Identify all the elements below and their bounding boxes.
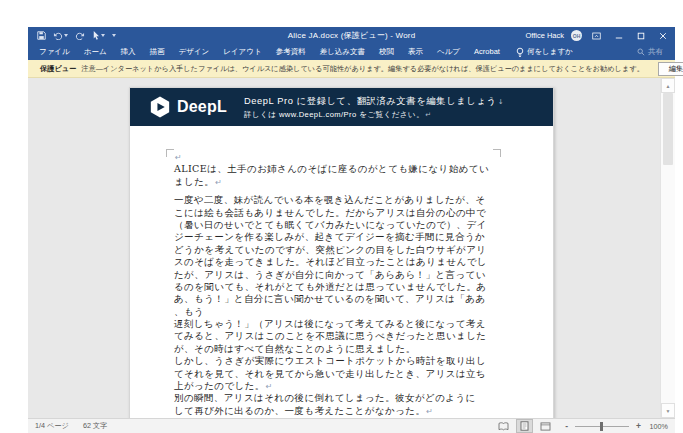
title-bar: Alice JA.docx (保護ビュー) - Word Office Hack… — [28, 27, 675, 44]
document-line: るのを聞いても、それがとても外道だとは思っていませんでした。あ — [174, 281, 492, 293]
document-line: 一度や二度、妹が読んでいる本を覗き込んだことがありましたが、そ — [174, 194, 492, 206]
ribbon-tabs: ファイルホーム挿入描画デザインレイアウト参考資料差し込み文書校閲表示ヘルプAcr… — [32, 44, 507, 60]
paragraph-block: 一度や二度、妹が読んでいる本を覗き込んだことがありましたが、そこには絵も会話もあ… — [174, 194, 492, 392]
document-line: ↵ — [174, 151, 492, 163]
tell-me-label: 何をしますか — [527, 47, 573, 57]
title-bar-right: Office Hack OH — [525, 28, 675, 43]
document-area: DeepL DeepL Pro に登録して、翻訳済み文書を編集しましょう↓ 詳し… — [28, 78, 675, 418]
margin-crop-mark-right — [493, 149, 501, 157]
save-button[interactable] — [37, 31, 46, 40]
document-line: 、もう — [174, 306, 492, 318]
char-count[interactable]: 62 文字 — [83, 421, 107, 431]
deepl-icon — [149, 96, 171, 118]
ribbon-tab-bar: ファイルホーム挿入描画デザインレイアウト参考資料差し込み文書校閲表示ヘルプAcr… — [28, 44, 675, 60]
document-line: スのそばを走ってきました。それほど目立ったことはありませんでし — [174, 256, 492, 268]
enable-editing-button[interactable]: 編集を有効にする(E) — [658, 62, 683, 76]
tab-view[interactable]: 表示 — [401, 44, 430, 60]
zoom-slider-thumb[interactable] — [600, 422, 603, 431]
save-icon — [37, 31, 46, 40]
scroll-down-button[interactable]: ▼ — [661, 403, 675, 418]
tell-me-button[interactable]: 何をしますか — [516, 47, 573, 58]
document-line: ジーチェーンを作る楽しみが、起きてデイジーを摘む手間に見合うか — [174, 231, 492, 243]
document-line: 遅刻しちゃう！」（アリスは後になって考えてみると後になって考え — [174, 318, 492, 330]
tab-review[interactable]: 校閲 — [372, 44, 401, 60]
undo-button[interactable] — [53, 32, 68, 40]
maximize-button[interactable] — [633, 28, 648, 43]
redo-icon — [75, 32, 85, 40]
paragraph-mark: ↵ — [425, 111, 431, 119]
page-indicator[interactable]: 1/4 ページ — [35, 421, 69, 431]
lightbulb-icon — [516, 47, 524, 58]
document-line: こには絵も会話もありませんでした。だからアリスは自分の心の中で — [174, 207, 492, 219]
word-window: Alice JA.docx (保護ビュー) - Word Office Hack… — [28, 27, 675, 431]
tab-file[interactable]: ファイル — [32, 44, 77, 60]
undo-dropdown-icon — [64, 34, 68, 37]
document-line: たが、アリスは、うさぎが自分に向かって「あらあら！」と言ってい — [174, 269, 492, 281]
tab-help[interactable]: ヘルプ — [430, 44, 467, 60]
share-button[interactable]: 共有 — [637, 47, 675, 57]
scrollbar-thumb[interactable] — [663, 93, 673, 165]
print-layout-button[interactable] — [516, 419, 533, 433]
tab-insert[interactable]: 挿入 — [114, 44, 143, 60]
touch-mode-button[interactable] — [92, 31, 105, 40]
avatar[interactable]: OH — [571, 30, 582, 41]
margin-crop-mark-left — [166, 149, 174, 157]
ribbon-display-options-icon — [592, 32, 601, 40]
view-switcher — [495, 419, 554, 433]
tab-references[interactable]: 参考資料 — [269, 44, 313, 60]
document-text: ↵ALICEは、土手のお姉さんのそばに座るのがとても嫌になり始めていました。↵一… — [174, 151, 492, 417]
read-mode-button[interactable] — [495, 419, 512, 433]
ribbon-display-options-button[interactable] — [589, 28, 604, 43]
protected-view-bar: 保護ビュー 注意—インターネットから入手したファイルは、ウイルスに感染している可… — [28, 60, 675, 78]
tab-design[interactable]: デザイン — [172, 44, 217, 60]
tab-draw[interactable]: 描画 — [143, 44, 172, 60]
protected-view-message: 注意—インターネットから入手したファイルは、ウイルスに感染している可能性がありま… — [81, 64, 644, 74]
deepl-banner-text: DeepL Pro に登録して、翻訳済み文書を編集しましょう↓ 詳しくは www… — [244, 95, 504, 120]
print-layout-icon — [520, 421, 529, 431]
close-icon — [659, 32, 667, 40]
document-page[interactable]: DeepL DeepL Pro に登録して、翻訳済み文書を編集しましょう↓ 詳し… — [129, 87, 554, 418]
deepl-logo: DeepL — [149, 96, 227, 118]
zoom-level[interactable]: 100% — [648, 422, 668, 431]
vertical-scrollbar[interactable]: ▲ ▼ — [660, 78, 675, 418]
scroll-up-button[interactable]: ▲ — [661, 78, 675, 93]
deepl-subline: 詳しくは www.DeepL.com/Pro をご覧ください。 — [244, 110, 424, 119]
zoom-in-button[interactable]: + — [636, 421, 641, 431]
zoom-out-button[interactable]: - — [565, 421, 568, 431]
protected-view-label: 保護ビュー — [40, 64, 76, 74]
tab-acrobat[interactable]: Acrobat — [467, 44, 507, 60]
paragraph-mark: ↵ — [426, 407, 433, 416]
paragraph-mark: ↵ — [215, 178, 222, 187]
document-line: ました。↵ — [174, 176, 492, 188]
deepl-headline: DeepL Pro に登録して、翻訳済み文書を編集しましょう — [244, 96, 497, 106]
quick-access-toolbar — [28, 31, 116, 40]
document-line: して再び外に出るのか、一度も考えたことがなかった。↵ — [174, 405, 492, 417]
document-line: が、その時はすべて自然なことのように思えました。 — [174, 343, 492, 355]
cursor-icon — [92, 31, 100, 40]
status-bar: 1/4 ページ 62 文字 - + 100% — [28, 418, 675, 433]
touch-mode-dropdown-icon — [101, 34, 105, 37]
document-line: 別の瞬間、アリスはそれの後に倒れてしまった。彼女がどのように — [174, 392, 492, 404]
read-mode-icon — [498, 422, 509, 431]
maximize-icon — [637, 32, 645, 40]
tab-home[interactable]: ホーム — [77, 44, 114, 60]
tab-layout[interactable]: レイアウト — [216, 44, 268, 60]
zoom-slider[interactable] — [575, 426, 629, 427]
document-line: しかし、うさぎが実際にウエストコートポケットから時計を取り出し — [174, 355, 492, 367]
tab-mailings[interactable]: 差し込み文書 — [313, 44, 372, 60]
paragraph-mark: ↵ — [266, 382, 273, 391]
customize-qat-button[interactable] — [112, 34, 116, 37]
account-name[interactable]: Office Hack — [525, 31, 564, 40]
close-button[interactable] — [655, 28, 670, 43]
document-line: どうかを考えていたのですが、突然ピンクの目をした白ウサギがアリ — [174, 244, 492, 256]
document-line: ALICEは、土手のお姉さんのそばに座るのがとても嫌になり始めてい — [174, 163, 492, 175]
paragraph-block: 別の瞬間、アリスはそれの後に倒れてしまった。彼女がどのようにして再び外に出るのか… — [174, 392, 492, 417]
paragraph-mark: ↵ — [175, 153, 182, 162]
redo-button[interactable] — [75, 32, 85, 40]
document-line: （暑い日のせいでとても眠くてバカみたいになっていたので）、デイ — [174, 219, 492, 231]
paragraph-block: ↵ — [174, 151, 492, 163]
paragraph-block: ALICEは、土手のお姉さんのそばに座るのがとても嫌になり始めていました。↵ — [174, 163, 492, 188]
minimize-button[interactable] — [611, 28, 626, 43]
web-layout-button[interactable] — [537, 419, 554, 433]
line-break-mark: ↓ — [498, 98, 504, 106]
